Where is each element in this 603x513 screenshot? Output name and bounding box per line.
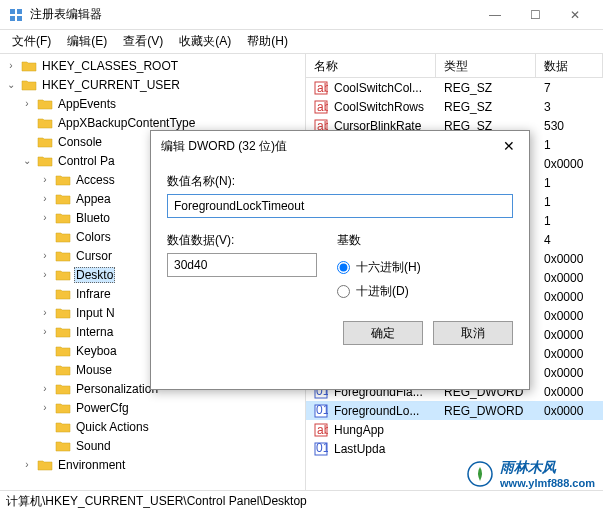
- menu-edit[interactable]: 编辑(E): [59, 31, 115, 52]
- tree-item[interactable]: Quick Actions: [2, 417, 303, 436]
- name-input[interactable]: [167, 194, 513, 218]
- tree-label: Interna: [74, 325, 115, 339]
- tree-toggle-icon[interactable]: ›: [38, 402, 52, 413]
- tree-label: AppXBackupContentType: [56, 116, 197, 130]
- cell-name: 011ForegroundLo...: [306, 404, 436, 418]
- cell-name: abHungApp: [306, 423, 436, 437]
- tree-item[interactable]: ›AppEvents: [2, 94, 303, 113]
- data-label: 数值数据(V):: [167, 232, 317, 249]
- cell-type: REG_DWORD: [436, 404, 536, 418]
- svg-rect-0: [10, 9, 15, 14]
- folder-icon: [55, 287, 71, 301]
- folder-icon: [37, 135, 53, 149]
- tree-label: Input N: [74, 306, 117, 320]
- dword-value-icon: 011: [314, 404, 330, 418]
- tree-toggle-icon[interactable]: ›: [38, 193, 52, 204]
- tree-label: Mouse: [74, 363, 114, 377]
- folder-icon: [55, 401, 71, 415]
- folder-icon: [55, 363, 71, 377]
- folder-icon: [55, 382, 71, 396]
- list-row[interactable]: 011ForegroundLo...REG_DWORD0x0000: [306, 401, 603, 420]
- cell-data: 1: [536, 214, 603, 228]
- cell-data: 4: [536, 233, 603, 247]
- tree-toggle-icon[interactable]: ›: [20, 459, 34, 470]
- tree-label: Deskto: [74, 267, 115, 283]
- header-name[interactable]: 名称: [306, 54, 436, 77]
- cell-data: 0x0000: [536, 385, 603, 399]
- list-row[interactable]: abHungApp: [306, 420, 603, 439]
- tree-toggle-icon[interactable]: ›: [20, 98, 34, 109]
- tree-item[interactable]: ›HKEY_CLASSES_ROOT: [2, 56, 303, 75]
- list-row[interactable]: 011LastUpda: [306, 439, 603, 458]
- tree-toggle-icon[interactable]: ⌄: [20, 155, 34, 166]
- tree-label: Personalization: [74, 382, 160, 396]
- string-value-icon: ab: [314, 423, 330, 437]
- tree-label: Keyboa: [74, 344, 119, 358]
- folder-icon: [55, 439, 71, 453]
- radio-hex-input[interactable]: [337, 261, 350, 274]
- cancel-button[interactable]: 取消: [433, 321, 513, 345]
- status-path: 计算机\HKEY_CURRENT_USER\Control Panel\Desk…: [6, 493, 307, 510]
- cell-name: abCoolSwitchRows: [306, 100, 436, 114]
- tree-toggle-icon[interactable]: ›: [38, 383, 52, 394]
- tree-toggle-icon[interactable]: ›: [38, 250, 52, 261]
- edit-dword-dialog: 编辑 DWORD (32 位)值 ✕ 数值名称(N): 数值数据(V): 基数 …: [150, 130, 530, 390]
- tree-label: Environment: [56, 458, 127, 472]
- folder-icon: [21, 78, 37, 92]
- menu-help[interactable]: 帮助(H): [239, 31, 296, 52]
- dialog-close-button[interactable]: ✕: [499, 138, 519, 154]
- name-label: 数值名称(N):: [167, 173, 513, 190]
- tree-item[interactable]: ›Environment: [2, 455, 303, 474]
- svg-text:011: 011: [316, 442, 328, 455]
- header-type[interactable]: 类型: [436, 54, 536, 77]
- cell-type: REG_SZ: [436, 100, 536, 114]
- folder-icon: [55, 420, 71, 434]
- menu-view[interactable]: 查看(V): [115, 31, 171, 52]
- string-value-icon: ab: [314, 100, 330, 114]
- cell-data: 1: [536, 195, 603, 209]
- tree-toggle-icon[interactable]: ›: [38, 174, 52, 185]
- cell-data: 0x0000: [536, 404, 603, 418]
- tree-toggle-icon[interactable]: ›: [38, 269, 52, 280]
- radio-dec[interactable]: 十进制(D): [337, 279, 513, 303]
- watermark-logo-icon: [466, 460, 494, 488]
- radio-hex[interactable]: 十六进制(H): [337, 255, 513, 279]
- cell-data: 3: [536, 100, 603, 114]
- tree-label: Infrare: [74, 287, 113, 301]
- tree-item[interactable]: Sound: [2, 436, 303, 455]
- header-data[interactable]: 数据: [536, 54, 603, 77]
- tree-toggle-icon[interactable]: ›: [4, 60, 18, 71]
- watermark: 雨林木风 www.ylmf888.com: [466, 459, 595, 489]
- radio-dec-input[interactable]: [337, 285, 350, 298]
- app-icon: [8, 7, 24, 23]
- maximize-button[interactable]: ☐: [515, 1, 555, 29]
- tree-toggle-icon[interactable]: ›: [38, 307, 52, 318]
- tree-label: Appea: [74, 192, 113, 206]
- tree-item[interactable]: ›PowerCfg: [2, 398, 303, 417]
- menu-file[interactable]: 文件(F): [4, 31, 59, 52]
- tree-label: Sound: [74, 439, 113, 453]
- tree-item[interactable]: ⌄HKEY_CURRENT_USER: [2, 75, 303, 94]
- tree-toggle-icon[interactable]: ›: [38, 212, 52, 223]
- tree-label: Blueto: [74, 211, 112, 225]
- watermark-brand: 雨林木风: [500, 459, 595, 477]
- tree-label: Colors: [74, 230, 113, 244]
- minimize-button[interactable]: —: [475, 1, 515, 29]
- close-button[interactable]: ✕: [555, 1, 595, 29]
- svg-rect-3: [17, 16, 22, 21]
- cell-name: 011LastUpda: [306, 442, 436, 456]
- tree-toggle-icon[interactable]: ⌄: [4, 79, 18, 90]
- folder-icon: [37, 97, 53, 111]
- tree-toggle-icon[interactable]: ›: [38, 326, 52, 337]
- cell-name: abCoolSwitchCol...: [306, 81, 436, 95]
- data-input[interactable]: [167, 253, 317, 277]
- tree-label: Access: [74, 173, 117, 187]
- tree-label: HKEY_CLASSES_ROOT: [40, 59, 180, 73]
- folder-icon: [21, 59, 37, 73]
- ok-button[interactable]: 确定: [343, 321, 423, 345]
- menu-favorites[interactable]: 收藏夹(A): [171, 31, 239, 52]
- menubar: 文件(F) 编辑(E) 查看(V) 收藏夹(A) 帮助(H): [0, 30, 603, 54]
- list-row[interactable]: abCoolSwitchCol...REG_SZ7: [306, 78, 603, 97]
- list-row[interactable]: abCoolSwitchRowsREG_SZ3: [306, 97, 603, 116]
- tree-label: PowerCfg: [74, 401, 131, 415]
